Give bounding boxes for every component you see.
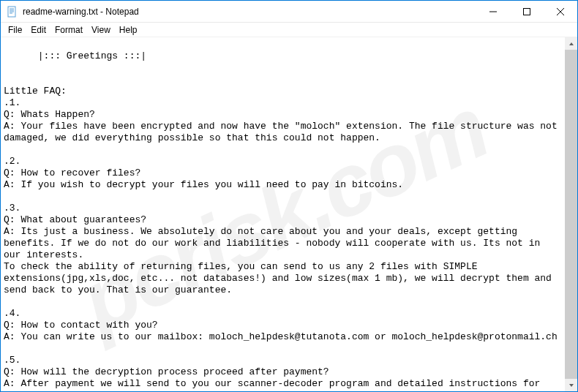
text-area[interactable]: pcrisk.com|::: Greetings :::| Little FAQ… — [1, 37, 565, 391]
chevron-down-icon — [568, 382, 574, 388]
scroll-up-button[interactable] — [565, 37, 577, 50]
minimize-button[interactable] — [476, 1, 510, 23]
menu-edit[interactable]: Edit — [26, 24, 50, 36]
menu-view[interactable]: View — [87, 24, 115, 36]
menu-file[interactable]: File — [4, 24, 26, 36]
window-title: readme-warning.txt - Notepad — [23, 7, 476, 17]
minimize-icon — [489, 8, 497, 15]
menu-help[interactable]: Help — [115, 24, 142, 36]
close-button[interactable] — [544, 1, 577, 23]
menubar: File Edit Format View Help — [1, 23, 577, 37]
notepad-window: readme-warning.txt - Notepad File Edit F… — [0, 0, 578, 392]
maximize-icon — [523, 8, 530, 15]
notepad-icon — [7, 6, 18, 18]
content-wrap: pcrisk.com|::: Greetings :::| Little FAQ… — [1, 37, 577, 391]
scroll-thumb[interactable] — [565, 50, 577, 379]
menu-format[interactable]: Format — [50, 24, 87, 36]
vertical-scrollbar[interactable] — [565, 37, 577, 391]
svg-marker-9 — [569, 42, 574, 45]
chevron-up-icon — [568, 41, 574, 47]
close-icon — [557, 8, 564, 15]
maximize-button[interactable] — [510, 1, 544, 23]
titlebar: readme-warning.txt - Notepad — [1, 1, 577, 23]
scroll-down-button[interactable] — [565, 379, 577, 391]
scroll-track[interactable] — [565, 50, 577, 379]
svg-rect-6 — [524, 9, 530, 15]
document-text: |::: Greetings :::| Little FAQ: .1. Q: W… — [4, 50, 563, 391]
window-controls — [476, 1, 577, 22]
svg-marker-10 — [569, 384, 574, 387]
